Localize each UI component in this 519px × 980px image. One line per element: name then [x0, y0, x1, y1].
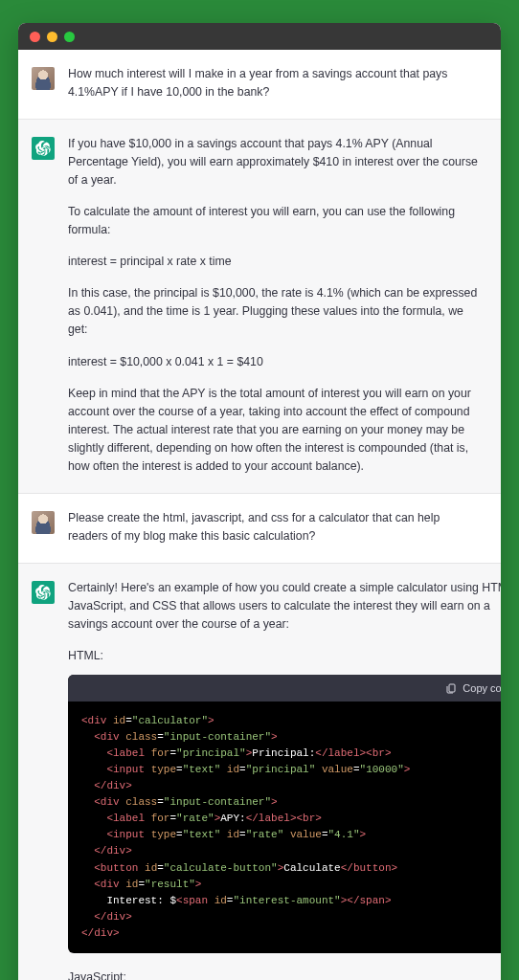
- message-body: Please create the html, javascript, and …: [68, 509, 480, 546]
- user-avatar: [32, 67, 55, 90]
- chat-window: How much interest will I make in a year …: [18, 23, 501, 980]
- openai-logo-icon: [35, 141, 51, 156]
- assistant-message: If you have $10,000 in a savings account…: [18, 119, 501, 494]
- code-section-label: JavaScript:: [68, 969, 501, 980]
- user-avatar: [32, 511, 55, 534]
- minimize-icon[interactable]: [47, 32, 57, 42]
- message-text: interest = $10,000 x 0.041 x 1 = $410: [68, 353, 480, 371]
- user-message: Please create the html, javascript, and …: [18, 494, 501, 563]
- message-body: How much interest will I make in a year …: [68, 65, 480, 101]
- message-text: If you have $10,000 in a savings account…: [68, 135, 480, 189]
- copy-code-button[interactable]: Copy code: [463, 680, 501, 697]
- assistant-avatar: [32, 581, 55, 604]
- message-body: Certainly! Here's an example of how you …: [68, 579, 501, 980]
- code-content: <div id="calculator"> <div class="input-…: [68, 702, 501, 953]
- chat-content: How much interest will I make in a year …: [18, 50, 501, 980]
- message-text: To calculate the amount of interest you …: [68, 203, 480, 239]
- assistant-message: Certainly! Here's an example of how you …: [18, 563, 501, 980]
- user-message: How much interest will I make in a year …: [18, 50, 501, 119]
- message-text: How much interest will I make in a year …: [68, 65, 480, 101]
- close-icon[interactable]: [30, 32, 40, 42]
- code-block-header: Copy code: [68, 675, 501, 702]
- code-block-html: Copy code <div id="calculator"> <div cla…: [68, 675, 501, 953]
- maximize-icon[interactable]: [64, 32, 75, 42]
- message-text: Certainly! Here's an example of how you …: [68, 579, 501, 634]
- window-titlebar: [18, 23, 501, 50]
- assistant-avatar: [32, 137, 55, 160]
- message-text: Keep in mind that the APY is the total a…: [68, 385, 480, 476]
- openai-logo-icon: [35, 585, 51, 600]
- message-text: Please create the html, javascript, and …: [68, 509, 480, 546]
- message-body: If you have $10,000 in a savings account…: [68, 135, 480, 476]
- code-section-label: HTML:: [68, 647, 501, 665]
- clipboard-icon: [445, 682, 457, 694]
- message-text: interest = principal x rate x time: [68, 253, 480, 271]
- svg-rect-0: [449, 684, 455, 692]
- message-text: In this case, the principal is $10,000, …: [68, 284, 480, 339]
